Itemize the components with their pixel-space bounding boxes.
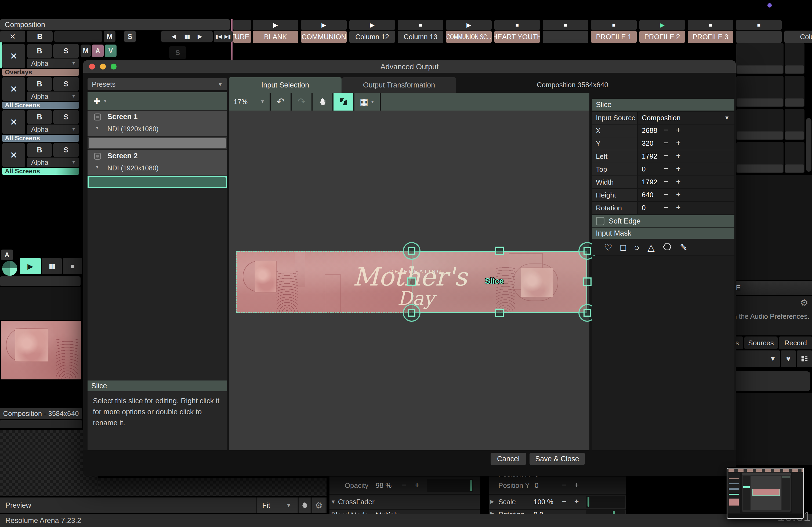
screen-device[interactable]: NDI (1920x1080) <box>107 164 158 172</box>
screen-checkbox[interactable] <box>94 114 101 120</box>
slice-tool-button[interactable] <box>334 93 353 110</box>
clip-slot[interactable] <box>785 76 804 107</box>
scale-plus-button[interactable]: + <box>574 497 579 506</box>
clip-slot[interactable] <box>736 43 784 74</box>
soft-edge-row[interactable]: Soft Edge <box>592 215 735 227</box>
property-plus-button[interactable]: + <box>676 177 680 186</box>
property-plus-button[interactable]: + <box>676 139 680 147</box>
output-canvas[interactable]: CELEBRATING Mother's Day Slice <box>229 110 590 450</box>
tab-output-transformation[interactable]: Output Transformation <box>342 77 456 93</box>
position-y-plus-button[interactable]: + <box>574 481 579 490</box>
slice-handle-top-center[interactable] <box>495 246 504 255</box>
slice-checkbox[interactable] <box>105 140 111 146</box>
chevron-right-icon[interactable]: ▶ <box>490 499 494 505</box>
clip-slot[interactable] <box>785 43 804 74</box>
mask-polygon-icon[interactable] <box>663 242 672 253</box>
browser-sort-dropdown[interactable]: ▼ <box>729 350 780 367</box>
slice-handle-top-left[interactable] <box>403 242 420 260</box>
pan-tool-button[interactable] <box>313 93 332 110</box>
position-y-value[interactable]: 0 <box>535 481 538 490</box>
mask-square-icon[interactable]: □ <box>620 242 626 253</box>
property-minus-button[interactable]: − <box>664 203 668 212</box>
zoom-level-dropdown[interactable]: 17%▼ <box>229 93 270 110</box>
property-value[interactable]: 0 <box>642 204 646 212</box>
favorites-button[interactable]: ♥ <box>781 350 796 367</box>
tree-slice-row[interactable]: Slice <box>88 176 227 189</box>
property-minus-button[interactable]: − <box>664 126 668 134</box>
input-source-dropdown[interactable]: Composition ▼ <box>638 111 735 124</box>
chevron-down-icon[interactable]: ▼ <box>95 125 99 131</box>
tab-input-selection[interactable]: Input Selection <box>229 77 342 93</box>
opacity-value[interactable]: 98 % <box>376 481 392 490</box>
screen-device[interactable]: NDI (1920x1080) <box>107 125 158 133</box>
property-plus-button[interactable]: + <box>676 152 680 160</box>
fit-dropdown[interactable]: Fit▼ <box>256 497 297 513</box>
property-minus-button[interactable]: − <box>664 152 668 160</box>
undo-button[interactable]: ↶ <box>271 93 291 110</box>
chevron-down-icon[interactable]: ▼ <box>103 99 107 104</box>
property-value[interactable]: 1792 <box>642 178 657 186</box>
opacity-minus-button[interactable]: − <box>402 481 406 490</box>
redo-button[interactable]: ↷ <box>292 93 311 110</box>
grid-options-button[interactable]: ▦ ▼ <box>354 93 380 110</box>
tree-screen-group[interactable]: Screen 1▼NDI (1920x1080) <box>88 110 227 136</box>
slice-handle-right-center[interactable] <box>583 277 592 286</box>
property-value[interactable]: 320 <box>642 139 653 148</box>
pan-hand-button[interactable] <box>298 497 310 513</box>
deck-stop-button[interactable]: ■ <box>63 258 82 274</box>
property-value[interactable]: 0 <box>642 165 646 174</box>
mask-ellipse-icon[interactable]: ○ <box>634 242 640 253</box>
position-y-minus-button[interactable]: − <box>562 481 566 490</box>
slice-handle-left-center[interactable] <box>407 277 416 286</box>
property-minus-button[interactable]: − <box>664 165 668 173</box>
deck-pause-button[interactable]: ▮▮ <box>42 258 62 274</box>
property-plus-button[interactable]: + <box>676 190 680 199</box>
tab-record[interactable]: Record <box>779 336 812 349</box>
slice-handle-bottom-center[interactable] <box>495 308 504 317</box>
mask-triangle-icon[interactable]: △ <box>648 242 655 253</box>
slice-checkbox[interactable] <box>105 179 111 185</box>
property-minus-button[interactable]: − <box>664 177 668 186</box>
scrollbar-thumb[interactable] <box>806 118 811 172</box>
save-close-button[interactable]: Save & Close <box>530 453 585 465</box>
preview-settings-button[interactable]: ⚙ <box>311 497 325 513</box>
tree-slice-row[interactable]: Slice <box>88 137 227 149</box>
clip-slot[interactable] <box>785 109 804 140</box>
soft-edge-checkbox[interactable] <box>596 217 605 225</box>
property-minus-button[interactable]: − <box>664 139 668 147</box>
tab-sources[interactable]: Sources <box>744 336 778 349</box>
opacity-plus-button[interactable]: + <box>415 481 419 490</box>
opacity-slider[interactable] <box>427 479 474 492</box>
cancel-button[interactable]: Cancel <box>491 453 526 465</box>
list-view-button[interactable] <box>797 350 812 367</box>
presets-dropdown[interactable]: Presets ▼ <box>88 78 227 90</box>
scale-minus-button[interactable]: − <box>562 497 566 506</box>
clip-slot[interactable] <box>736 109 784 140</box>
dialog-titlebar[interactable]: Advanced Output <box>83 60 736 73</box>
tree-screen-group[interactable]: Screen 2▼NDI (1920x1080) <box>88 150 227 176</box>
screenshot-thumbnail[interactable] <box>727 468 804 519</box>
property-minus-button[interactable]: − <box>664 190 668 199</box>
property-value[interactable]: 640 <box>642 191 653 199</box>
clip-slot[interactable] <box>736 76 784 107</box>
property-plus-button[interactable]: + <box>676 126 680 134</box>
deck-a-button[interactable]: A <box>1 250 13 260</box>
mask-heart-icon[interactable]: ♡ <box>604 242 612 253</box>
crossfader-row[interactable]: ▼CrossFader <box>330 495 480 509</box>
property-value[interactable]: 2688 <box>642 126 657 135</box>
chevron-down-icon[interactable]: ▼ <box>95 165 99 169</box>
browser-search-input[interactable] <box>730 371 810 391</box>
screen-checkbox[interactable] <box>94 153 101 160</box>
property-plus-button[interactable]: + <box>676 203 680 212</box>
gear-icon[interactable]: ⚙ <box>800 297 808 308</box>
clip-slot[interactable] <box>785 142 804 174</box>
scale-slider[interactable] <box>586 496 625 508</box>
slice-handle-bottom-left[interactable] <box>403 304 420 322</box>
scale-value[interactable]: 100 % <box>534 498 553 506</box>
add-icon[interactable]: + <box>93 94 100 108</box>
clip-slot[interactable] <box>736 142 784 174</box>
quadrant-icon[interactable] <box>2 261 17 276</box>
deck-play-button[interactable]: ▶ <box>20 258 41 274</box>
mask-pen-icon[interactable]: ✎ <box>680 242 688 253</box>
property-plus-button[interactable]: + <box>676 165 680 173</box>
